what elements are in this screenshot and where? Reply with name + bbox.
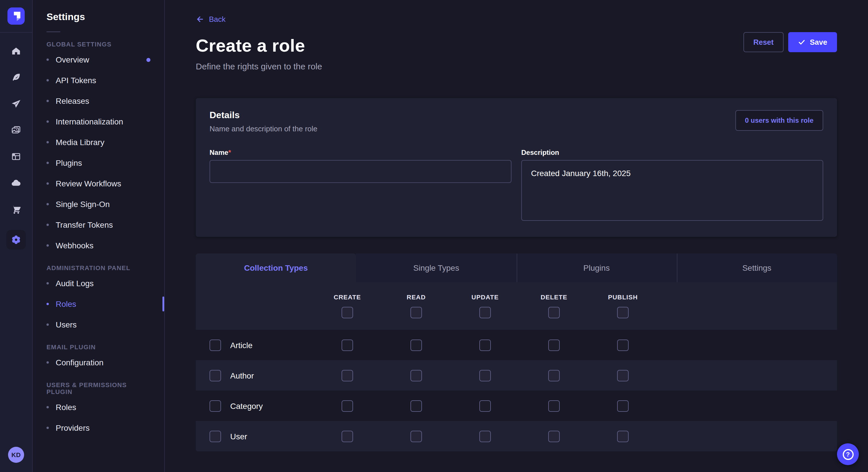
bullet-icon [46, 79, 49, 81]
home-icon[interactable] [10, 45, 22, 57]
permission-checkbox-read[interactable] [410, 339, 422, 351]
select-column-checkbox-create[interactable] [342, 307, 353, 318]
notification-dot-icon [146, 58, 150, 62]
layout-icon[interactable] [10, 151, 22, 162]
permission-checkbox-delete[interactable] [548, 370, 560, 381]
bullet-icon [46, 59, 49, 61]
users-with-role-button[interactable]: 0 users with this role [735, 110, 823, 131]
bullet-icon [46, 100, 49, 102]
table-row-author: Author [196, 360, 837, 391]
sidebar-item-api-tokens[interactable]: API Tokens [33, 70, 164, 91]
row-label: Category [230, 401, 263, 410]
section-email-plugin: EMAIL PLUGIN [33, 343, 164, 350]
details-subtitle: Name and description of the role [210, 125, 317, 133]
bullet-icon [46, 282, 49, 284]
tab-collection-types[interactable]: Collection Types [196, 254, 356, 282]
column-label-publish: PUBLISH [588, 294, 657, 301]
sidebar-item-single-sign-on[interactable]: Single Sign-On [33, 194, 164, 214]
permission-checkbox-update[interactable] [479, 430, 491, 442]
permission-checkbox-publish[interactable] [617, 370, 629, 381]
permission-checkbox-publish[interactable] [617, 339, 629, 351]
content-feather-icon[interactable] [10, 72, 22, 83]
sidebar-item-label: Webhooks [56, 241, 94, 250]
permission-checkbox-publish[interactable] [617, 430, 629, 442]
bullet-icon [46, 324, 49, 326]
tab-plugins[interactable]: Plugins [516, 254, 677, 282]
permissions-tabs: Collection Types Single Types Plugins Se… [196, 254, 837, 282]
question-mark-icon: ? [842, 449, 854, 460]
strapi-logo-icon [7, 7, 25, 25]
permission-checkbox-delete[interactable] [548, 400, 560, 411]
tab-settings[interactable]: Settings [677, 254, 837, 282]
check-icon [798, 38, 805, 46]
permission-checkbox-create[interactable] [342, 339, 353, 351]
save-button[interactable]: Save [788, 32, 837, 52]
permission-checkbox-read[interactable] [410, 370, 422, 381]
back-link[interactable]: Back [196, 15, 226, 24]
sidebar-item-label: Roles [56, 299, 76, 308]
select-column-checkbox-read[interactable] [410, 307, 422, 318]
permission-checkbox-delete[interactable] [548, 339, 560, 351]
sidebar-item-internationalization[interactable]: Internationalization [33, 111, 164, 132]
settings-nav-button[interactable] [6, 230, 26, 249]
reset-button[interactable]: Reset [743, 32, 783, 52]
column-label-read: READ [382, 294, 451, 301]
sidebar-item-label: Overview [56, 55, 89, 64]
sidebar-item-roles[interactable]: Roles [33, 294, 164, 314]
marketplace-cart-icon[interactable] [10, 204, 22, 215]
permission-checkbox-update[interactable] [479, 400, 491, 411]
permission-checkbox-update[interactable] [479, 370, 491, 381]
sidebar-item-label: Single Sign-On [56, 200, 110, 209]
settings-gear-icon [10, 234, 22, 245]
permission-checkbox-read[interactable] [410, 400, 422, 411]
select-row-checkbox[interactable] [210, 370, 221, 381]
bullet-icon [46, 303, 49, 305]
permission-checkbox-delete[interactable] [548, 430, 560, 442]
sidebar-item-configuration[interactable]: Configuration [33, 352, 164, 373]
permission-checkbox-read[interactable] [410, 430, 422, 442]
sidebar-item-overview[interactable]: Overview [33, 49, 164, 70]
description-textarea[interactable]: Created January 16th, 2025 [521, 160, 823, 221]
permission-checkbox-create[interactable] [342, 430, 353, 442]
page-title: Create a role [196, 36, 837, 56]
sidebar-item-up-roles[interactable]: Roles [33, 397, 164, 417]
sidebar-item-media-library[interactable]: Media Library [33, 132, 164, 153]
tab-single-types[interactable]: Single Types [356, 254, 517, 282]
page-subtitle: Define the rights given to the role [196, 61, 837, 71]
sidebar-item-webhooks[interactable]: Webhooks [33, 235, 164, 256]
select-row-checkbox[interactable] [210, 430, 221, 442]
permissions-panel: CREATE READ UPDATE DELETE PUBLISH [196, 282, 837, 451]
sidebar-item-label: API Tokens [56, 76, 96, 85]
sidebar-item-up-providers[interactable]: Providers [33, 417, 164, 438]
select-row-checkbox[interactable] [210, 339, 221, 351]
bullet-icon [46, 406, 49, 408]
section-administration-panel: ADMINISTRATION PANEL [33, 264, 164, 271]
sidebar-item-releases[interactable]: Releases [33, 91, 164, 111]
select-column-checkbox-publish[interactable] [617, 307, 629, 318]
sidebar-item-label: Users [56, 320, 76, 329]
send-plane-icon[interactable] [10, 98, 22, 109]
cloud-icon[interactable] [10, 177, 22, 189]
permission-checkbox-publish[interactable] [617, 400, 629, 411]
permission-checkbox-create[interactable] [342, 370, 353, 381]
sidebar-item-plugins[interactable]: Plugins [33, 153, 164, 173]
select-column-checkbox-update[interactable] [479, 307, 491, 318]
strapi-logo[interactable] [0, 0, 32, 33]
name-input[interactable] [210, 160, 512, 183]
avatar[interactable]: KD [8, 447, 24, 463]
column-label-create: CREATE [313, 294, 382, 301]
sidebar-item-users[interactable]: Users [33, 314, 164, 335]
media-library-icon[interactable] [10, 125, 22, 136]
permission-checkbox-create[interactable] [342, 400, 353, 411]
active-indicator [162, 297, 164, 311]
select-column-checkbox-delete[interactable] [548, 307, 560, 318]
bullet-icon [46, 203, 49, 205]
bullet-icon [46, 121, 49, 123]
select-row-checkbox[interactable] [210, 400, 221, 411]
column-label-delete: DELETE [520, 294, 588, 301]
permission-checkbox-update[interactable] [479, 339, 491, 351]
sidebar-item-review-workflows[interactable]: Review Workflows [33, 173, 164, 194]
help-button[interactable]: ? [837, 443, 859, 465]
sidebar-item-transfer-tokens[interactable]: Transfer Tokens [33, 214, 164, 235]
sidebar-item-audit-logs[interactable]: Audit Logs [33, 273, 164, 294]
